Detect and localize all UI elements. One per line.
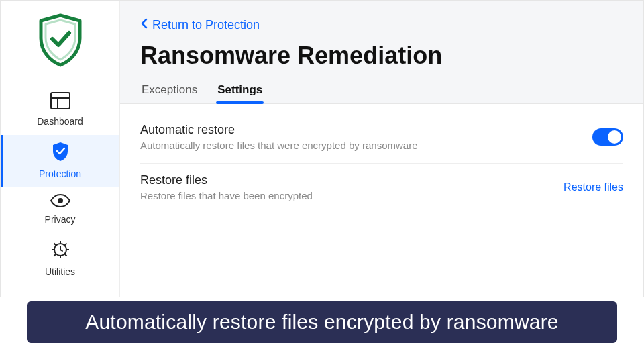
svg-line-10 <box>64 254 66 256</box>
setting-restore-files: Restore files Restore files that have be… <box>140 164 623 213</box>
page-title: Ransomware Remediation <box>140 42 623 70</box>
chevron-left-icon <box>140 18 148 32</box>
app-logo-shield <box>36 13 85 70</box>
sidebar-item-privacy[interactable]: Privacy <box>1 187 119 233</box>
sidebar-item-dashboard[interactable]: Dashboard <box>1 85 119 135</box>
svg-line-9 <box>54 244 56 246</box>
sidebar-item-label: Protection <box>39 168 81 179</box>
tabs: Exceptions Settings <box>140 79 623 103</box>
toggle-knob <box>608 130 621 144</box>
gear-icon <box>50 240 70 262</box>
header: Return to Protection Ransomware Remediat… <box>120 1 643 104</box>
back-link-label: Return to Protection <box>152 18 260 32</box>
dashboard-icon <box>50 92 70 112</box>
sidebar: Dashboard Protection Privacy <box>1 1 120 297</box>
tab-exceptions[interactable]: Exceptions <box>140 79 199 103</box>
sidebar-item-label: Privacy <box>45 214 76 225</box>
setting-title: Restore files <box>140 173 550 187</box>
setting-desc: Automatically restore files that were en… <box>140 140 592 151</box>
svg-line-11 <box>64 244 66 246</box>
app-window: Dashboard Protection Privacy <box>0 0 644 297</box>
settings-content: Automatic restore Automatically restore … <box>120 104 643 225</box>
setting-title: Automatic restore <box>140 123 592 137</box>
shield-icon <box>52 142 69 164</box>
sidebar-item-label: Utilities <box>45 266 75 277</box>
main-panel: Return to Protection Ransomware Remediat… <box>120 1 643 297</box>
svg-rect-0 <box>51 93 70 109</box>
sidebar-item-protection[interactable]: Protection <box>1 135 119 187</box>
back-to-protection-link[interactable]: Return to Protection <box>140 18 623 32</box>
caption-bar: Automatically restore files encrypted by… <box>27 301 617 343</box>
sidebar-item-label: Dashboard <box>37 116 83 127</box>
setting-desc: Restore files that have been encrypted <box>140 190 550 201</box>
setting-automatic-restore: Automatic restore Automatically restore … <box>140 116 623 164</box>
automatic-restore-toggle[interactable] <box>592 128 623 146</box>
tab-settings[interactable]: Settings <box>216 79 264 103</box>
sidebar-item-utilities[interactable]: Utilities <box>1 233 119 285</box>
restore-files-link[interactable]: Restore files <box>550 181 623 193</box>
svg-point-3 <box>58 198 63 203</box>
eye-icon <box>50 194 71 210</box>
svg-line-12 <box>54 254 56 256</box>
